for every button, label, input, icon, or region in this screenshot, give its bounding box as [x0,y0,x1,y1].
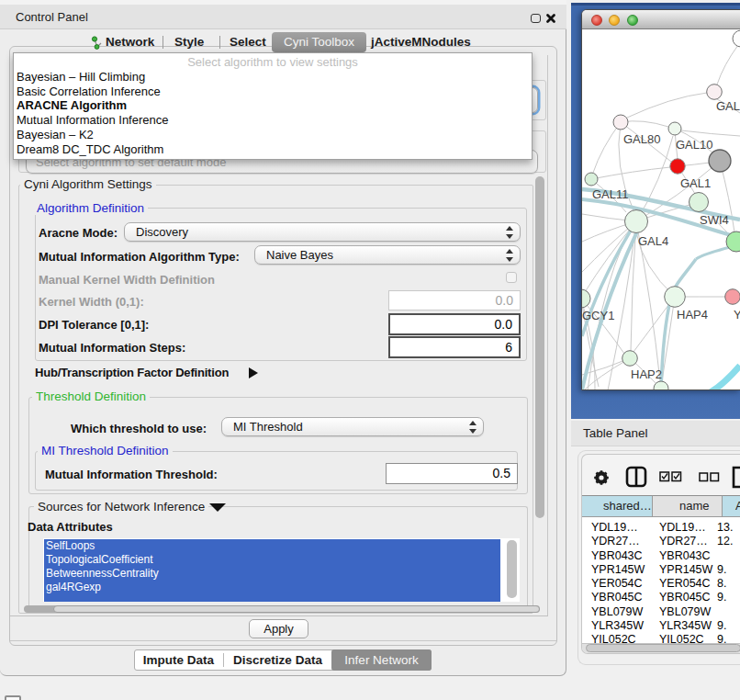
svg-text:GAL11: GAL11 [592,187,629,201]
svg-text:YJ: YJ [734,308,740,322]
svg-text:GCY1: GCY1 [582,309,614,322]
svg-text:GAL80: GAL80 [623,132,660,146]
svg-text:GAL7: GAL7 [716,99,740,113]
svg-text:GAL4: GAL4 [638,234,668,248]
svg-text:HAP2: HAP2 [631,367,662,381]
svg-text:SWI4: SWI4 [700,213,729,227]
svg-text:GAL10: GAL10 [676,138,712,152]
svg-text:HAP4: HAP4 [677,308,708,322]
svg-text:GAL1: GAL1 [680,176,711,190]
